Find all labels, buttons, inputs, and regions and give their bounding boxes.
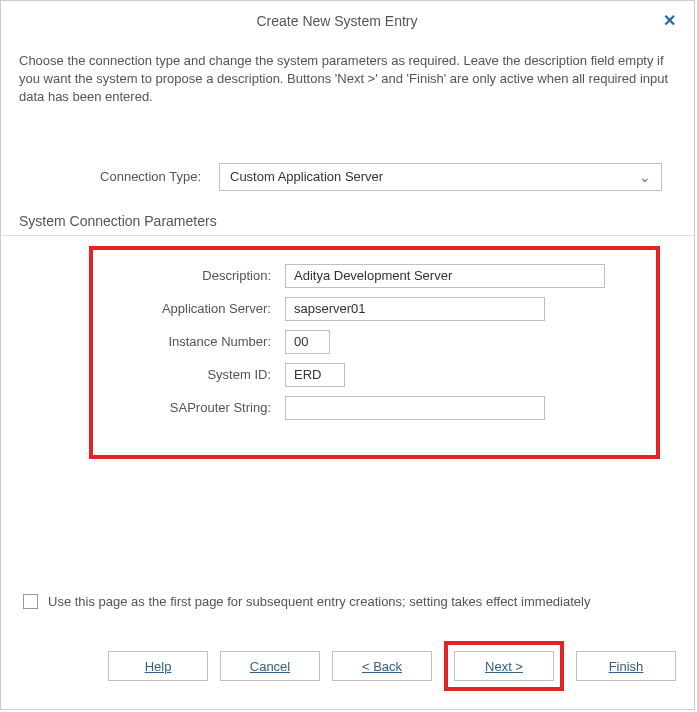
section-header: System Connection Parameters: [1, 213, 694, 236]
title-bar: Create New System Entry ✕: [1, 1, 694, 30]
form-highlight-box: Description: Application Server: Instanc…: [89, 246, 660, 459]
system-id-label: System ID:: [107, 367, 285, 382]
description-row: Description:: [107, 264, 642, 288]
cancel-button[interactable]: Cancel: [220, 651, 320, 681]
saprouter-row: SAProuter String:: [107, 396, 642, 420]
description-input[interactable]: [285, 264, 605, 288]
connection-type-row: Connection Type: Custom Application Serv…: [1, 163, 694, 191]
system-id-row: System ID:: [107, 363, 642, 387]
saprouter-input[interactable]: [285, 396, 545, 420]
close-icon[interactable]: ✕: [659, 11, 680, 30]
back-button[interactable]: < Back: [332, 651, 432, 681]
app-server-label: Application Server:: [107, 301, 285, 316]
connection-type-value: Custom Application Server: [230, 169, 383, 184]
dialog-window: Create New System Entry ✕ Choose the con…: [0, 0, 695, 710]
description-label: Description:: [107, 268, 285, 283]
button-row: Help Cancel < Back Next > Finish: [108, 641, 676, 691]
instance-number-row: Instance Number:: [107, 330, 642, 354]
dialog-title: Create New System Entry: [15, 13, 659, 29]
chevron-down-icon: ⌄: [639, 169, 651, 185]
help-button[interactable]: Help: [108, 651, 208, 681]
connection-type-select[interactable]: Custom Application Server ⌄: [219, 163, 662, 191]
connection-type-label: Connection Type:: [19, 169, 219, 184]
saprouter-label: SAProuter String:: [107, 400, 285, 415]
intro-text: Choose the connection type and change th…: [1, 30, 694, 107]
first-page-checkbox[interactable]: [23, 594, 38, 609]
app-server-row: Application Server:: [107, 297, 642, 321]
next-highlight-box: Next >: [444, 641, 564, 691]
first-page-checkbox-row: Use this page as the first page for subs…: [23, 594, 672, 609]
next-button[interactable]: Next >: [454, 651, 554, 681]
app-server-input[interactable]: [285, 297, 545, 321]
finish-button[interactable]: Finish: [576, 651, 676, 681]
first-page-checkbox-label: Use this page as the first page for subs…: [48, 594, 590, 609]
instance-number-input[interactable]: [285, 330, 330, 354]
system-id-input[interactable]: [285, 363, 345, 387]
instance-number-label: Instance Number:: [107, 334, 285, 349]
